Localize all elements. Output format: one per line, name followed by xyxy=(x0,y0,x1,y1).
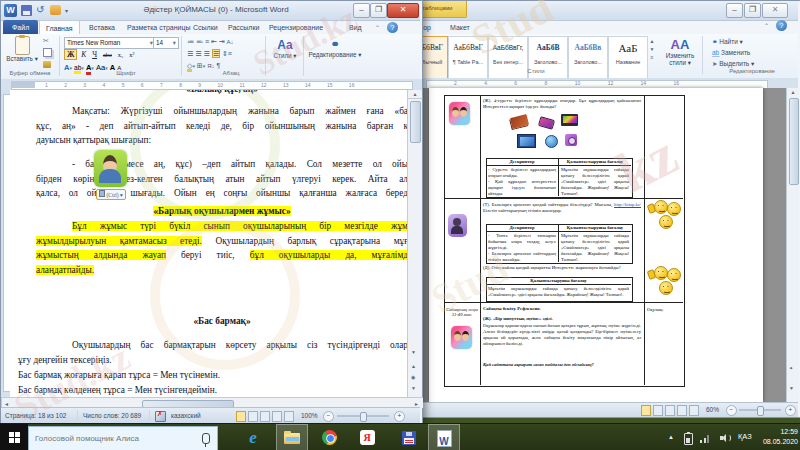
taskbar-explorer-icon[interactable] xyxy=(276,424,308,450)
multilevel-list-icon[interactable]: ≡ xyxy=(205,38,209,45)
styles-gallery-scroll[interactable]: ▲▼≡ xyxy=(648,37,656,61)
taskbar-floppy-icon[interactable] xyxy=(394,424,424,450)
scroll-up-icon[interactable]: ▲ xyxy=(787,88,799,96)
ribbon-collapse-icon[interactable]: ⌃ xyxy=(764,22,769,30)
left-minimize-button[interactable]: – xyxy=(353,3,370,18)
select-button[interactable]: ➤ Выделить ▾ xyxy=(712,59,754,68)
format-painter-icon[interactable] xyxy=(43,61,51,68)
style-title[interactable]: АаБ Название xyxy=(608,36,648,80)
left-restore-button[interactable]: ❐ xyxy=(370,3,387,18)
cut-icon[interactable]: ✂ xyxy=(43,37,49,45)
tab-page-layout[interactable]: Разметка страницы xyxy=(121,20,197,35)
view-buttons[interactable] xyxy=(641,405,699,415)
bold-icon[interactable]: Ж xyxy=(64,49,77,60)
right-tab-maket[interactable]: Макет xyxy=(444,20,476,35)
scroll-up-icon[interactable]: ▲ xyxy=(408,90,422,99)
fullscreen-view-icon[interactable] xyxy=(653,405,663,416)
zoom-out-icon[interactable]: − xyxy=(726,405,737,416)
help-icon[interactable]: ? xyxy=(387,22,398,33)
underline-icon[interactable]: Ч xyxy=(90,50,99,59)
zoom-out-icon[interactable]: − xyxy=(323,411,334,422)
browse-next-icon[interactable]: ▼ xyxy=(411,384,416,392)
left-vertical-scrollbar[interactable]: ▲ ▼ ▲ ◉ ▼ xyxy=(407,90,422,397)
line-spacing-icon[interactable]: ⇕≡ xyxy=(222,50,232,57)
left-horizontal-ruler[interactable]: 1 2 3 4 5 6 7 8 9 10 11 12 13 14 15 16 xyxy=(1,79,422,90)
outdent-icon[interactable]: ⇤ xyxy=(211,38,217,45)
align-left-icon[interactable]: ☰ xyxy=(187,50,193,57)
taskbar-ie-icon[interactable]: e xyxy=(238,424,268,450)
zoom-slider-thumb[interactable] xyxy=(757,406,764,416)
subscript-icon[interactable]: x₂ xyxy=(116,51,126,58)
web-view-icon[interactable] xyxy=(665,405,675,416)
print-layout-view-icon[interactable] xyxy=(641,405,651,416)
network-icon[interactable] xyxy=(700,435,712,443)
language-switcher[interactable]: ҚАЗ xyxy=(738,432,752,441)
draft-view-icon[interactable] xyxy=(284,411,294,422)
font-name-combo[interactable]: Times New Roman ▾ xyxy=(64,37,156,49)
help-icon[interactable]: ? xyxy=(776,20,787,31)
scrollbar-thumb[interactable] xyxy=(789,98,799,185)
right-close-button[interactable]: ✕ xyxy=(762,3,788,18)
bullet-list-icon[interactable]: ≔ xyxy=(187,38,194,45)
scrollbar-thumb[interactable] xyxy=(410,101,421,143)
search-input[interactable] xyxy=(29,433,202,444)
paste-options-button[interactable]: (Ctrl) ▾ xyxy=(96,189,126,200)
save-icon[interactable] xyxy=(21,5,32,16)
spellcheck-icon[interactable]: ✗ xyxy=(155,411,166,422)
fullscreen-view-icon[interactable] xyxy=(248,411,258,422)
editing-button[interactable]: ⚭ Редактирование ▾ xyxy=(307,38,363,58)
draft-view-icon[interactable] xyxy=(689,405,699,416)
language-indicator[interactable]: казахский xyxy=(171,412,201,419)
view-buttons[interactable] xyxy=(236,411,294,421)
speaker-icon[interactable] xyxy=(720,433,730,443)
tab-mailings[interactable]: Рассылки xyxy=(222,20,265,35)
tab-view[interactable]: Вид xyxy=(343,20,368,35)
find-button[interactable]: ⚭ Найти ▾ xyxy=(712,37,743,46)
italic-icon[interactable]: К xyxy=(79,50,88,59)
ribbon-collapse-icon[interactable]: ⌃ xyxy=(375,24,380,32)
numbered-list-icon[interactable]: ≕ xyxy=(196,38,203,45)
replace-button[interactable]: a̲b̲ Заменить xyxy=(712,48,750,57)
page-indicator[interactable]: Страница: 18 из 102 xyxy=(5,412,66,419)
font-size-combo[interactable]: 14 ▾ xyxy=(153,37,179,49)
left-zoom-level[interactable]: 100% xyxy=(301,412,318,419)
scroll-down-icon[interactable]: ▼ xyxy=(789,384,794,392)
start-button[interactable] xyxy=(0,424,28,450)
indent-icon[interactable]: ⇥ xyxy=(219,38,225,45)
taskbar-yandex-icon[interactable]: Я xyxy=(352,424,382,450)
left-doc-page[interactable]: «Балық, құс, аң» Мақсаты: Жүргізуші ойын… xyxy=(10,90,407,397)
battery-icon[interactable] xyxy=(684,433,693,445)
word-logo-icon[interactable]: W xyxy=(4,4,17,17)
zoom-in-icon[interactable]: + xyxy=(394,411,405,422)
outline-view-icon[interactable] xyxy=(677,405,687,416)
web-view-icon[interactable] xyxy=(260,411,270,422)
clock[interactable]: 12:59 08.05.2020 xyxy=(756,427,798,447)
tab-references[interactable]: Ссылки xyxy=(187,20,224,35)
left-vertical-ruler[interactable] xyxy=(1,90,10,397)
right-minimize-button[interactable]: – xyxy=(726,3,743,18)
kitap-link[interactable]: http://kitap.kz/ xyxy=(614,202,641,207)
quick-print-icon[interactable] xyxy=(50,5,61,15)
browse-object-icon[interactable]: ◉ xyxy=(411,373,415,381)
right-restore-button[interactable]: ❐ xyxy=(744,3,761,18)
right-doc-page[interactable]: (Ж). 4-суретте берілген құралдарды атаңд… xyxy=(429,88,763,402)
right-ruler[interactable]: 2 4 6 8 10 12 14 16 xyxy=(396,78,798,88)
undo-icon[interactable]: ↺ xyxy=(36,4,44,15)
align-right-icon[interactable]: ☰ xyxy=(203,50,209,57)
word-count[interactable]: Число слов: 20 689 xyxy=(83,412,141,419)
tab-review[interactable]: Рецензирование xyxy=(263,20,329,35)
qat-dropdown-icon[interactable]: ▾ xyxy=(65,7,68,14)
superscript-icon[interactable]: x² xyxy=(127,51,136,58)
taskbar-chrome-icon[interactable] xyxy=(314,424,344,450)
sort-az-icon[interactable]: Я↓ xyxy=(207,63,214,69)
taskbar-search[interactable] xyxy=(28,426,218,450)
paste-button[interactable]: Вставить ▾ xyxy=(6,36,38,62)
strikethrough-icon[interactable]: abc xyxy=(101,51,114,58)
styles-button[interactable]: Аа Стили ▾ xyxy=(269,38,301,59)
browse-prev-icon[interactable]: ▲ xyxy=(411,362,416,370)
copy-icon[interactable] xyxy=(43,48,52,57)
right-zoom-level[interactable]: 60% xyxy=(706,406,719,413)
microphone-icon[interactable] xyxy=(202,433,210,444)
browse-prev-icon[interactable]: ✦ xyxy=(789,364,793,372)
outline-view-icon[interactable] xyxy=(272,411,282,422)
